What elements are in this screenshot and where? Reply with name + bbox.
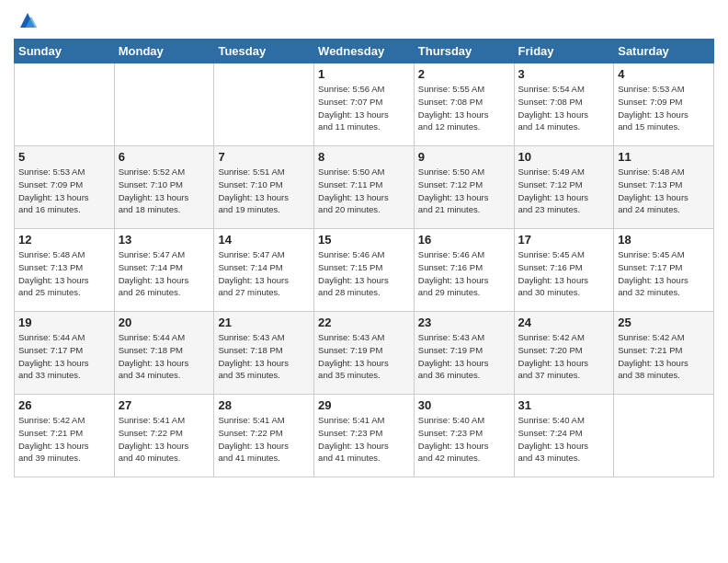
day-cell: 30Sunrise: 5:40 AM Sunset: 7:23 PM Dayli… <box>414 395 514 477</box>
day-cell: 11Sunrise: 5:48 AM Sunset: 7:13 PM Dayli… <box>614 146 714 229</box>
day-info: Sunrise: 5:47 AM Sunset: 7:14 PM Dayligh… <box>119 248 210 299</box>
day-number: 20 <box>119 316 210 329</box>
header-day-monday: Monday <box>114 40 214 63</box>
day-number: 8 <box>318 150 410 164</box>
day-number: 24 <box>518 316 610 329</box>
day-cell: 17Sunrise: 5:45 AM Sunset: 7:16 PM Dayli… <box>514 229 614 312</box>
day-info: Sunrise: 5:45 AM Sunset: 7:16 PM Dayligh… <box>518 248 610 299</box>
day-info: Sunrise: 5:47 AM Sunset: 7:14 PM Dayligh… <box>218 248 310 299</box>
calendar-body: 1Sunrise: 5:56 AM Sunset: 7:07 PM Daylig… <box>15 63 714 477</box>
day-info: Sunrise: 5:40 AM Sunset: 7:24 PM Dayligh… <box>518 414 610 465</box>
header-day-saturday: Saturday <box>614 40 714 63</box>
day-cell: 1Sunrise: 5:56 AM Sunset: 7:07 PM Daylig… <box>314 63 415 146</box>
day-info: Sunrise: 5:53 AM Sunset: 7:09 PM Dayligh… <box>618 83 710 133</box>
day-number: 13 <box>119 233 210 247</box>
header-day-sunday: Sunday <box>15 40 115 63</box>
day-info: Sunrise: 5:48 AM Sunset: 7:13 PM Dayligh… <box>18 248 110 299</box>
day-number: 22 <box>318 316 410 329</box>
day-cell: 7Sunrise: 5:51 AM Sunset: 7:10 PM Daylig… <box>214 146 314 229</box>
day-cell: 21Sunrise: 5:43 AM Sunset: 7:18 PM Dayli… <box>214 312 314 395</box>
logo-text <box>14 9 39 31</box>
day-cell: 15Sunrise: 5:46 AM Sunset: 7:15 PM Dayli… <box>314 229 415 312</box>
day-info: Sunrise: 5:43 AM Sunset: 7:18 PM Dayligh… <box>218 331 310 382</box>
day-info: Sunrise: 5:56 AM Sunset: 7:07 PM Dayligh… <box>318 83 410 133</box>
header-day-friday: Friday <box>514 40 614 63</box>
day-number: 23 <box>418 316 510 329</box>
day-info: Sunrise: 5:55 AM Sunset: 7:08 PM Dayligh… <box>418 83 510 133</box>
day-cell: 18Sunrise: 5:45 AM Sunset: 7:17 PM Dayli… <box>614 229 714 312</box>
day-cell: 10Sunrise: 5:49 AM Sunset: 7:12 PM Dayli… <box>514 146 614 229</box>
day-number: 31 <box>518 398 610 412</box>
day-info: Sunrise: 5:42 AM Sunset: 7:21 PM Dayligh… <box>18 414 110 465</box>
day-number: 1 <box>318 67 410 81</box>
day-number: 10 <box>518 150 610 164</box>
day-number: 30 <box>418 398 510 412</box>
day-info: Sunrise: 5:41 AM Sunset: 7:22 PM Dayligh… <box>218 414 310 465</box>
day-cell: 8Sunrise: 5:50 AM Sunset: 7:11 PM Daylig… <box>314 146 415 229</box>
day-cell: 31Sunrise: 5:40 AM Sunset: 7:24 PM Dayli… <box>514 395 614 477</box>
day-info: Sunrise: 5:52 AM Sunset: 7:10 PM Dayligh… <box>119 166 210 216</box>
day-info: Sunrise: 5:50 AM Sunset: 7:12 PM Dayligh… <box>418 166 510 216</box>
day-cell: 12Sunrise: 5:48 AM Sunset: 7:13 PM Dayli… <box>15 229 115 312</box>
day-info: Sunrise: 5:44 AM Sunset: 7:17 PM Dayligh… <box>18 331 110 382</box>
day-info: Sunrise: 5:42 AM Sunset: 7:21 PM Dayligh… <box>618 331 710 382</box>
day-info: Sunrise: 5:41 AM Sunset: 7:22 PM Dayligh… <box>119 414 210 465</box>
day-number: 19 <box>18 316 110 329</box>
day-number: 7 <box>218 150 310 164</box>
day-cell: 28Sunrise: 5:41 AM Sunset: 7:22 PM Dayli… <box>214 395 314 477</box>
day-info: Sunrise: 5:43 AM Sunset: 7:19 PM Dayligh… <box>318 331 410 382</box>
day-cell: 23Sunrise: 5:43 AM Sunset: 7:19 PM Dayli… <box>414 312 514 395</box>
page-header <box>14 9 714 31</box>
day-info: Sunrise: 5:40 AM Sunset: 7:23 PM Dayligh… <box>418 414 510 465</box>
day-number: 18 <box>618 233 710 247</box>
day-number: 5 <box>18 150 110 164</box>
day-info: Sunrise: 5:46 AM Sunset: 7:15 PM Dayligh… <box>318 248 410 299</box>
day-info: Sunrise: 5:51 AM Sunset: 7:10 PM Dayligh… <box>218 166 310 216</box>
day-cell: 22Sunrise: 5:43 AM Sunset: 7:19 PM Dayli… <box>314 312 415 395</box>
day-cell <box>114 63 214 146</box>
logo <box>14 9 39 31</box>
day-number: 2 <box>418 67 510 81</box>
week-row-1: 5Sunrise: 5:53 AM Sunset: 7:09 PM Daylig… <box>15 146 714 229</box>
day-info: Sunrise: 5:48 AM Sunset: 7:13 PM Dayligh… <box>618 166 710 216</box>
day-info: Sunrise: 5:42 AM Sunset: 7:20 PM Dayligh… <box>518 331 610 382</box>
day-info: Sunrise: 5:41 AM Sunset: 7:23 PM Dayligh… <box>318 414 410 465</box>
day-cell: 2Sunrise: 5:55 AM Sunset: 7:08 PM Daylig… <box>414 63 514 146</box>
day-info: Sunrise: 5:53 AM Sunset: 7:09 PM Dayligh… <box>18 166 110 216</box>
day-number: 17 <box>518 233 610 247</box>
day-number: 28 <box>218 398 310 412</box>
day-number: 3 <box>518 67 610 81</box>
day-cell: 5Sunrise: 5:53 AM Sunset: 7:09 PM Daylig… <box>15 146 115 229</box>
header-day-tuesday: Tuesday <box>214 40 314 63</box>
day-info: Sunrise: 5:44 AM Sunset: 7:18 PM Dayligh… <box>119 331 210 382</box>
day-info: Sunrise: 5:46 AM Sunset: 7:16 PM Dayligh… <box>418 248 510 299</box>
day-cell: 24Sunrise: 5:42 AM Sunset: 7:20 PM Dayli… <box>514 312 614 395</box>
day-cell: 20Sunrise: 5:44 AM Sunset: 7:18 PM Dayli… <box>114 312 214 395</box>
day-cell: 13Sunrise: 5:47 AM Sunset: 7:14 PM Dayli… <box>114 229 214 312</box>
week-row-0: 1Sunrise: 5:56 AM Sunset: 7:07 PM Daylig… <box>15 63 714 146</box>
day-cell: 25Sunrise: 5:42 AM Sunset: 7:21 PM Dayli… <box>614 312 714 395</box>
day-number: 14 <box>218 233 310 247</box>
day-cell <box>15 63 115 146</box>
day-info: Sunrise: 5:45 AM Sunset: 7:17 PM Dayligh… <box>618 248 710 299</box>
day-cell: 19Sunrise: 5:44 AM Sunset: 7:17 PM Dayli… <box>15 312 115 395</box>
day-number: 11 <box>618 150 710 164</box>
day-number: 26 <box>18 398 110 412</box>
day-info: Sunrise: 5:43 AM Sunset: 7:19 PM Dayligh… <box>418 331 510 382</box>
day-number: 29 <box>318 398 410 412</box>
day-info: Sunrise: 5:49 AM Sunset: 7:12 PM Dayligh… <box>518 166 610 216</box>
day-cell: 16Sunrise: 5:46 AM Sunset: 7:16 PM Dayli… <box>414 229 514 312</box>
day-number: 6 <box>119 150 210 164</box>
day-cell: 9Sunrise: 5:50 AM Sunset: 7:12 PM Daylig… <box>414 146 514 229</box>
day-cell <box>614 395 714 477</box>
day-cell: 29Sunrise: 5:41 AM Sunset: 7:23 PM Dayli… <box>314 395 415 477</box>
day-cell: 6Sunrise: 5:52 AM Sunset: 7:10 PM Daylig… <box>114 146 214 229</box>
day-cell: 26Sunrise: 5:42 AM Sunset: 7:21 PM Dayli… <box>15 395 115 477</box>
day-number: 27 <box>119 398 210 412</box>
day-number: 15 <box>318 233 410 247</box>
day-number: 12 <box>18 233 110 247</box>
day-number: 16 <box>418 233 510 247</box>
day-cell: 4Sunrise: 5:53 AM Sunset: 7:09 PM Daylig… <box>614 63 714 146</box>
week-row-2: 12Sunrise: 5:48 AM Sunset: 7:13 PM Dayli… <box>15 229 714 312</box>
week-row-3: 19Sunrise: 5:44 AM Sunset: 7:17 PM Dayli… <box>15 312 714 395</box>
